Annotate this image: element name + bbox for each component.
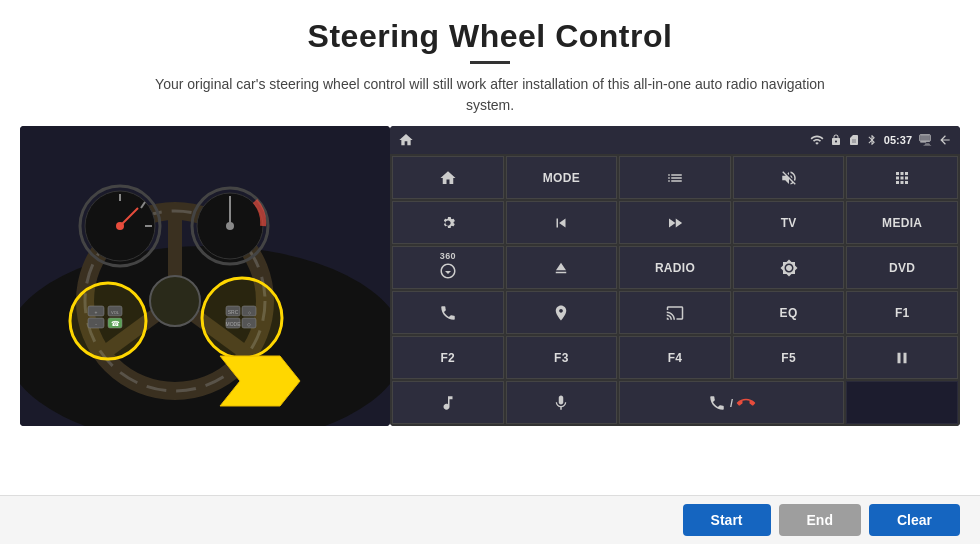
grid-cell-mute[interactable] xyxy=(733,156,845,199)
android-panel: 05:37 xyxy=(390,126,960,426)
grid-cell-f2[interactable]: F2 xyxy=(392,336,504,379)
svg-point-18 xyxy=(226,222,234,230)
svg-text:MODE: MODE xyxy=(226,321,242,327)
grid-cell-screen-mirror[interactable] xyxy=(619,291,731,334)
status-right: 05:37 xyxy=(810,133,952,147)
bluetooth-icon xyxy=(866,134,878,146)
status-bar: 05:37 xyxy=(390,126,960,154)
svg-point-28 xyxy=(202,278,282,358)
grid-cell-radio[interactable]: RADIO xyxy=(619,246,731,289)
bottom-bar: Start End Clear xyxy=(0,495,980,544)
grid-cell-media[interactable]: MEDIA xyxy=(846,201,958,244)
brightness-icon xyxy=(780,259,798,277)
svg-text:VOL: VOL xyxy=(111,310,120,315)
grid-cell-music[interactable] xyxy=(392,381,504,424)
car-image-section: + - VOL ☎ SRC ◇ MODE ◇ xyxy=(20,126,390,426)
phone-icon xyxy=(439,304,457,322)
end-button[interactable]: End xyxy=(779,504,861,536)
grid-cell-rewind[interactable] xyxy=(506,201,618,244)
back-icon xyxy=(938,133,952,147)
grid-cell-f5[interactable]: F5 xyxy=(733,336,845,379)
grid-cell-mic[interactable] xyxy=(506,381,618,424)
fast-forward-icon xyxy=(666,214,684,232)
svg-text:☎: ☎ xyxy=(111,320,120,327)
grid-cell-f4[interactable]: F4 xyxy=(619,336,731,379)
list-icon xyxy=(666,169,684,187)
header-section: Steering Wheel Control Your original car… xyxy=(0,0,980,126)
svg-point-6 xyxy=(150,276,200,326)
grid-cell-360cam[interactable]: 360 xyxy=(392,246,504,289)
home-status-icon xyxy=(398,132,414,148)
call-icon xyxy=(708,394,726,412)
content-area: + - VOL ☎ SRC ◇ MODE ◇ xyxy=(0,126,980,495)
grid-cell-navi[interactable] xyxy=(506,291,618,334)
svg-point-14 xyxy=(116,222,124,230)
navigation-icon xyxy=(552,304,570,322)
page-container: Steering Wheel Control Your original car… xyxy=(0,0,980,544)
grid-cell-f3[interactable]: F3 xyxy=(506,336,618,379)
page-title: Steering Wheel Control xyxy=(60,18,920,55)
control-grid: MODE xyxy=(390,154,960,426)
wifi-icon xyxy=(810,133,824,147)
settings-icon xyxy=(439,214,457,232)
grid-cell-eject[interactable] xyxy=(506,246,618,289)
grid-cell-empty1 xyxy=(846,381,958,424)
apps-icon xyxy=(893,169,911,187)
svg-text:SRC: SRC xyxy=(228,309,239,315)
music-icon xyxy=(439,394,457,412)
grid-cell-eq[interactable]: EQ xyxy=(733,291,845,334)
grid-cell-forward[interactable] xyxy=(619,201,731,244)
svg-text:◇: ◇ xyxy=(247,321,251,327)
mic-icon xyxy=(552,394,570,412)
sim-icon xyxy=(848,134,860,146)
grid-cell-phone[interactable] xyxy=(392,291,504,334)
grid-cell-mode[interactable]: MODE xyxy=(506,156,618,199)
play-pause-icon xyxy=(893,349,911,367)
grid-cell-phone-call[interactable]: / xyxy=(619,381,844,424)
eject-icon xyxy=(552,259,570,277)
start-button[interactable]: Start xyxy=(683,504,771,536)
grid-cell-list[interactable] xyxy=(619,156,731,199)
title-divider xyxy=(470,61,510,64)
grid-cell-apps[interactable] xyxy=(846,156,958,199)
status-time: 05:37 xyxy=(884,134,912,146)
lock-icon xyxy=(830,134,842,146)
clear-button[interactable]: Clear xyxy=(869,504,960,536)
rewind-icon xyxy=(552,214,570,232)
grid-cell-f1[interactable]: F1 xyxy=(846,291,958,334)
call-end-icon xyxy=(734,390,759,415)
grid-cell-brightness[interactable] xyxy=(733,246,845,289)
home-icon xyxy=(439,169,457,187)
status-left xyxy=(398,132,414,148)
mute-icon xyxy=(780,169,798,187)
grid-cell-home[interactable] xyxy=(392,156,504,199)
svg-text:+: + xyxy=(95,309,98,315)
screen-mirror-icon xyxy=(666,304,684,322)
grid-cell-dvd[interactable]: DVD xyxy=(846,246,958,289)
grid-cell-playpause[interactable] xyxy=(846,336,958,379)
subtitle-text: Your original car's steering wheel contr… xyxy=(150,74,830,116)
screen-icon xyxy=(918,133,932,147)
grid-cell-tv[interactable]: TV xyxy=(733,201,845,244)
grid-cell-settings[interactable] xyxy=(392,201,504,244)
